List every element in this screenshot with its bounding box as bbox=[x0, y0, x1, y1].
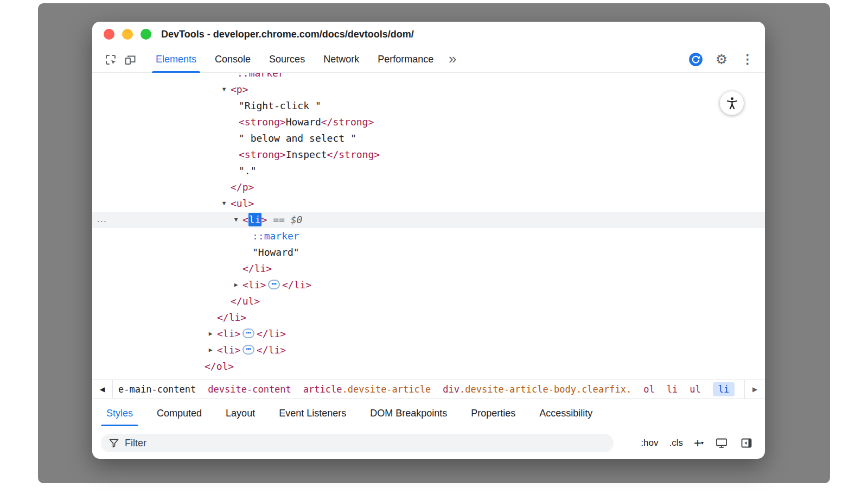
minimize-button[interactable] bbox=[122, 29, 133, 40]
dom-token: == bbox=[267, 214, 290, 225]
dom-token: </li> bbox=[217, 312, 246, 323]
titlebar: DevTools - developer.chrome.com/docs/dev… bbox=[92, 22, 765, 47]
tab-sources[interactable]: Sources bbox=[260, 47, 314, 73]
inline-expand-button[interactable]: ⋯ bbox=[242, 328, 254, 338]
inline-expand-button[interactable]: ⋯ bbox=[242, 345, 254, 355]
selected-node-name[interactable]: li bbox=[248, 213, 261, 226]
tab-network[interactable]: Network bbox=[314, 47, 368, 73]
tab-console[interactable]: Console bbox=[206, 47, 260, 73]
tree-row[interactable]: <strong>Inspect</strong> bbox=[92, 147, 765, 163]
panel-collapse-icon bbox=[740, 437, 753, 450]
collapse-arrow-icon[interactable]: ▼ bbox=[232, 212, 240, 228]
monitor-icon bbox=[715, 437, 728, 450]
crumb-ol[interactable]: ol bbox=[643, 384, 654, 395]
tab-accessibility[interactable]: Accessibility bbox=[527, 399, 604, 427]
dom-token: <ul> bbox=[231, 198, 254, 209]
dom-token: <strong> bbox=[239, 149, 286, 160]
rendering-emulation-icon[interactable] bbox=[712, 433, 731, 453]
tree-row[interactable]: </ul> bbox=[92, 293, 765, 309]
dom-token: </ol> bbox=[205, 361, 234, 372]
dom-token: </li> bbox=[242, 263, 272, 274]
gray-backdrop: DevTools - developer.chrome.com/docs/dev… bbox=[38, 3, 830, 483]
tab-computed[interactable]: Computed bbox=[145, 399, 214, 427]
tab-elements[interactable]: Elements bbox=[146, 47, 206, 73]
tab-dom-breakpoints[interactable]: DOM Breakpoints bbox=[358, 399, 459, 427]
dom-token: </strong> bbox=[321, 116, 374, 128]
filter-input[interactable]: Filter bbox=[101, 434, 614, 452]
dom-token: " below and select " bbox=[239, 132, 356, 144]
dom-token: <p> bbox=[231, 84, 248, 95]
tree-row[interactable]: ▼<p> bbox=[92, 81, 765, 98]
dom-token: < bbox=[242, 214, 248, 225]
tree-row[interactable]: ▼<ul> bbox=[92, 195, 765, 212]
tree-row[interactable]: "Right-click " bbox=[92, 98, 765, 114]
crumb-ul[interactable]: ul bbox=[690, 384, 700, 395]
inline-expand-button[interactable]: ⋯ bbox=[268, 280, 280, 289]
dom-token: "Right-click " bbox=[239, 100, 321, 111]
crumb-li[interactable]: li bbox=[667, 384, 678, 395]
tab-performance[interactable]: Performance bbox=[368, 47, 443, 73]
tree-row[interactable]: "Howard" bbox=[92, 244, 765, 261]
tree-row[interactable]: </li> bbox=[92, 309, 765, 326]
breadcrumb-scroll-left[interactable]: ◀ bbox=[92, 380, 113, 399]
expand-arrow-icon[interactable]: ▶ bbox=[206, 342, 215, 358]
new-style-rule-button[interactable]: +▾ bbox=[691, 435, 706, 451]
accessibility-person-icon bbox=[725, 96, 739, 111]
cls-toggle[interactable]: .cls bbox=[666, 435, 686, 451]
sidebar-tabs: StylesComputedLayoutEvent ListenersDOM B… bbox=[92, 399, 765, 427]
tree-row[interactable]: <strong>Howard</strong> bbox=[92, 114, 765, 130]
sidebar-toggle-icon[interactable] bbox=[737, 433, 756, 453]
tree-row[interactable]: </p> bbox=[92, 179, 765, 195]
main-toolbar: ElementsConsoleSourcesNetworkPerformance… bbox=[92, 47, 765, 73]
dom-token: Howard bbox=[286, 116, 321, 128]
tree-row[interactable]: ::marker bbox=[92, 228, 765, 244]
collapse-arrow-icon[interactable]: ▼ bbox=[220, 81, 228, 98]
expand-arrow-icon[interactable]: ▶ bbox=[232, 277, 240, 293]
tree-row[interactable]: ::marker bbox=[92, 73, 765, 81]
crumb-li[interactable]: li bbox=[713, 382, 735, 396]
device-toolbar-icon[interactable] bbox=[120, 50, 140, 69]
plus-icon: + bbox=[694, 438, 701, 448]
kebab-menu-icon[interactable]: ⋮ bbox=[738, 50, 757, 69]
blue-sync-icon[interactable] bbox=[686, 50, 705, 69]
tree-row[interactable]: </li> bbox=[92, 261, 765, 277]
tree-row-selected[interactable]: ▼…<li> == $0 bbox=[92, 212, 765, 228]
dom-token: > bbox=[261, 214, 267, 225]
crumb-part: li bbox=[667, 384, 678, 395]
tree-row[interactable]: ▶<li>⋯</li> bbox=[92, 277, 765, 293]
crumb-e-main-content[interactable]: e-main-content bbox=[118, 384, 196, 395]
tree-row[interactable]: ▶<li>⋯</li> bbox=[92, 326, 765, 342]
tree-row[interactable]: " below and select " bbox=[92, 130, 765, 147]
dom-token: </li> bbox=[282, 279, 311, 290]
expand-arrow-icon[interactable]: ▶ bbox=[206, 326, 215, 342]
crumb-devsite-content[interactable]: devsite-content bbox=[208, 384, 291, 395]
tree-row[interactable]: </ol> bbox=[92, 358, 765, 375]
tree-row[interactable]: ▶<li>⋯</li> bbox=[92, 342, 765, 358]
close-button[interactable] bbox=[104, 29, 114, 40]
more-tabs-icon[interactable]: » bbox=[443, 50, 462, 69]
breadcrumb-scroll-right[interactable]: ▶ bbox=[744, 380, 765, 399]
dom-token: </ul> bbox=[231, 295, 260, 307]
hov-toggle[interactable]: :hov bbox=[638, 435, 661, 451]
dom-tree-lines: ::marker▼<p>"Right-click "<strong>Howard… bbox=[92, 73, 765, 375]
row-hint-ellipsis-icon[interactable]: … bbox=[97, 211, 107, 227]
breadcrumb-list: e-main-contentdevsite-contentarticle.dev… bbox=[113, 380, 744, 399]
dom-token: "." bbox=[239, 165, 257, 176]
maximize-button[interactable] bbox=[141, 29, 151, 40]
tab-styles[interactable]: Styles bbox=[94, 399, 145, 427]
crumb-part: div bbox=[443, 384, 459, 395]
crumb-div-devsite-article-body-clearfi[interactable]: div.devsite-article-body.clearfix. bbox=[443, 384, 631, 395]
devtools-window: DevTools - developer.chrome.com/docs/dev… bbox=[92, 22, 765, 459]
tree-row[interactable]: "." bbox=[92, 163, 765, 179]
accessibility-button[interactable] bbox=[720, 91, 744, 115]
inspect-element-icon[interactable] bbox=[101, 50, 120, 69]
tab-properties[interactable]: Properties bbox=[459, 399, 527, 427]
settings-icon[interactable]: ⚙ bbox=[712, 50, 731, 69]
tab-event-listeners[interactable]: Event Listeners bbox=[267, 399, 358, 427]
inspect-cursor-icon bbox=[104, 53, 117, 66]
dom-token: <strong> bbox=[239, 116, 286, 128]
collapse-arrow-icon[interactable]: ▼ bbox=[220, 195, 228, 212]
tab-layout[interactable]: Layout bbox=[214, 399, 267, 427]
crumb-article-devsite-article[interactable]: article.devsite-article bbox=[303, 384, 431, 395]
filter-controls: :hov .cls +▾ bbox=[638, 433, 756, 453]
